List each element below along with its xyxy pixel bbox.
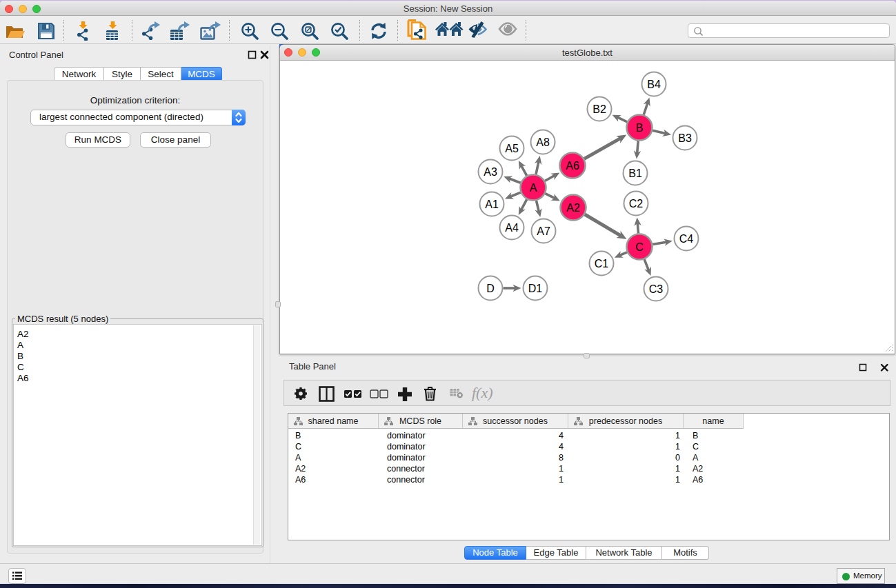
svg-text:C: C xyxy=(635,241,644,253)
svg-text:A: A xyxy=(530,182,537,194)
svg-text:D1: D1 xyxy=(528,283,543,294)
svg-text:A8: A8 xyxy=(536,136,550,148)
svg-text:A7: A7 xyxy=(537,225,550,237)
svg-text:B4: B4 xyxy=(647,79,661,90)
svg-text:D: D xyxy=(486,283,495,294)
svg-text:A6: A6 xyxy=(566,160,579,172)
svg-text:A5: A5 xyxy=(505,143,519,154)
svg-text:C2: C2 xyxy=(629,198,644,210)
svg-text:B1: B1 xyxy=(628,168,642,179)
svg-text:A1: A1 xyxy=(485,199,499,210)
svg-text:C1: C1 xyxy=(595,258,609,270)
svg-text:B2: B2 xyxy=(593,103,606,115)
svg-text:A4: A4 xyxy=(505,222,519,234)
svg-text:B3: B3 xyxy=(678,132,692,144)
svg-text:C3: C3 xyxy=(649,283,664,295)
svg-text:A3: A3 xyxy=(484,166,497,178)
svg-text:A2: A2 xyxy=(566,202,580,214)
svg-text:B: B xyxy=(636,122,644,134)
svg-text:C4: C4 xyxy=(679,233,694,245)
